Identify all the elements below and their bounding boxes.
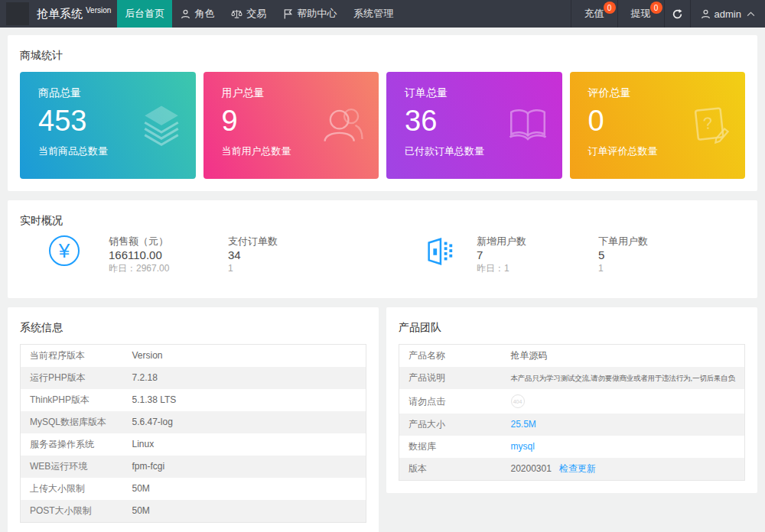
menu-item-roles[interactable]: 角色 [172, 0, 223, 28]
recharge-button[interactable]: 充值 0 [571, 0, 617, 28]
system-info-panel: 系统信息 当前程序版本Version运行PHP版本7.2.18ThinkPHP版… [8, 307, 379, 532]
table-row: POST大小限制50M [21, 500, 366, 523]
main-menu: 后台首页 角色 交易 帮助中心 系统管理 [117, 0, 402, 28]
user-icon [701, 9, 711, 19]
row-value: 5.1.38 LTS [123, 389, 366, 411]
menu-item-home[interactable]: 后台首页 [117, 0, 172, 28]
book-icon [506, 102, 550, 150]
product-team-table: 产品名称抢单源码产品说明本产品只为学习测试交流,请勿要做商业或者用于违法行为,一… [399, 344, 745, 481]
row-label: POST大小限制 [21, 500, 123, 523]
row-value: 50M [123, 478, 366, 500]
stat-card-orders: 订单总量 36 已付款订单总数量 [386, 72, 562, 179]
realtime-panel: 实时概况 ¥ 销售额（元） 166110.00 昨日：2967.00 支付订单数… [8, 200, 757, 298]
shop-stats-title: 商城统计 [20, 47, 745, 63]
stat-new-users: 新增用户数 7 昨日：1 [477, 235, 598, 274]
row-value: 7.2.18 [123, 367, 366, 389]
row-value: 404 [502, 389, 745, 414]
bottom-row: 系统信息 当前程序版本Version运行PHP版本7.2.18ThinkPHP版… [0, 307, 765, 532]
row-label: 请勿点击 [399, 389, 502, 414]
row-value: Linux [123, 433, 366, 456]
row-value: fpm-fcgi [123, 456, 366, 478]
building-icon [402, 235, 477, 268]
stat-card-reviews: 评价总量 0 订单评价总数量 ? [570, 72, 746, 179]
product-team-panel: 产品团队 产品名称抢单源码产品说明本产品只为学习测试交流,请勿要做商业或者用于违… [386, 307, 757, 493]
stat-paid-orders: 支付订单数 34 1 [228, 235, 402, 274]
table-row: 上传大小限制50M [21, 478, 366, 500]
row-value: 本产品只为学习测试交流,请勿要做商业或者用于违法行为,一切后果自负 [502, 367, 745, 389]
row-label: 服务器操作系统 [21, 433, 123, 456]
table-row: 当前程序版本Version [21, 345, 366, 368]
row-value: Version [123, 345, 366, 368]
row-label: MySQL数据库版本 [21, 411, 123, 433]
table-row: 产品大小25.5M [399, 414, 745, 436]
table-row: MySQL数据库版本5.6.47-log [21, 411, 366, 433]
brand-title: 抢单系统 Version [34, 0, 117, 28]
review-icon: ? [688, 102, 733, 150]
row-value: 50M [123, 500, 366, 523]
users-icon [322, 102, 366, 150]
product-team-title: 产品团队 [399, 320, 745, 335]
table-row: 版本20200301检查更新 [399, 458, 745, 481]
realtime-grid: ¥ 销售额（元） 166110.00 昨日：2967.00 支付订单数 34 1… [20, 235, 745, 274]
row-label: 当前程序版本 [21, 345, 123, 368]
withdraw-badge: 0 [650, 2, 662, 14]
username: admin [715, 8, 741, 20]
system-info-title: 系统信息 [20, 320, 366, 335]
yen-icon: ¥ [20, 235, 109, 266]
system-info-table: 当前程序版本Version运行PHP版本7.2.18ThinkPHP版本5.1.… [20, 344, 366, 523]
value-link[interactable]: 25.5M [511, 419, 536, 430]
table-row: WEB运行环境fpm-fcgi [21, 456, 366, 478]
menu-item-trade[interactable]: 交易 [223, 0, 275, 28]
row-label: 产品说明 [399, 367, 502, 389]
brand-version-tag: Version [86, 6, 111, 15]
refresh-icon [672, 8, 683, 20]
svg-text:?: ? [702, 113, 714, 133]
scales-icon [231, 9, 243, 19]
stat-card-products: 商品总量 453 当前商品总数量 [20, 72, 196, 179]
menu-item-system[interactable]: 系统管理 [345, 0, 402, 28]
check-update-link[interactable]: 检查更新 [559, 463, 596, 474]
row-label: 上传大小限制 [21, 478, 123, 500]
table-row: 服务器操作系统Linux [21, 433, 366, 456]
table-row: 产品名称抢单源码 [399, 345, 745, 368]
row-value: mysql [502, 436, 745, 458]
realtime-title: 实时概况 [20, 212, 745, 228]
row-label: 产品名称 [399, 345, 502, 368]
row-label: 数据库 [399, 436, 502, 458]
value-link[interactable]: mysql [511, 441, 535, 452]
recharge-badge: 0 [604, 2, 616, 14]
refresh-button[interactable] [664, 0, 690, 28]
chevron-up-icon [747, 11, 755, 17]
user-menu[interactable]: admin [690, 0, 765, 28]
row-label: ThinkPHP版本 [21, 389, 123, 411]
row-label: 产品大小 [399, 414, 502, 436]
table-row: ThinkPHP版本5.1.38 LTS [21, 389, 366, 411]
navbar-right: 充值 0 提现 0 admin [571, 0, 765, 28]
row-value: 抢单源码 [502, 345, 745, 368]
404-badge[interactable]: 404 [511, 394, 525, 408]
stat-cards: 商品总量 453 当前商品总数量 用户总量 9 当前用户总数量 订单总量 36 … [20, 72, 745, 179]
table-row: 数据库mysql [399, 436, 745, 458]
table-row: 产品说明本产品只为学习测试交流,请勿要做商业或者用于违法行为,一切后果自负 [399, 367, 745, 389]
row-label: 版本 [399, 458, 502, 481]
menu-item-help[interactable]: 帮助中心 [275, 0, 345, 28]
top-navbar: 抢单系统 Version 后台首页 角色 交易 帮助中心 系统管理 [0, 0, 765, 28]
person-icon [181, 9, 190, 19]
withdraw-button[interactable]: 提现 0 [617, 0, 664, 28]
stat-card-users: 用户总量 9 当前用户总数量 [203, 72, 379, 179]
brand-text: 抢单系统 [37, 7, 83, 21]
row-value: 25.5M [502, 414, 745, 436]
shop-stats-panel: 商城统计 商品总量 453 当前商品总数量 用户总量 9 当前用户总数量 订单总… [8, 35, 757, 191]
row-value: 5.6.47-log [123, 411, 366, 433]
flag-icon [283, 9, 293, 19]
stat-ordering-users: 下单用户数 5 1 [598, 235, 745, 274]
row-label: 运行PHP版本 [21, 367, 123, 389]
table-row: 请勿点击404 [399, 389, 745, 414]
row-label: WEB运行环境 [21, 456, 123, 478]
table-row: 运行PHP版本7.2.18 [21, 367, 366, 389]
layers-icon [139, 102, 184, 150]
logo [6, 2, 29, 25]
stat-sales: 销售额（元） 166110.00 昨日：2967.00 [109, 235, 228, 274]
row-value: 20200301检查更新 [502, 458, 745, 481]
